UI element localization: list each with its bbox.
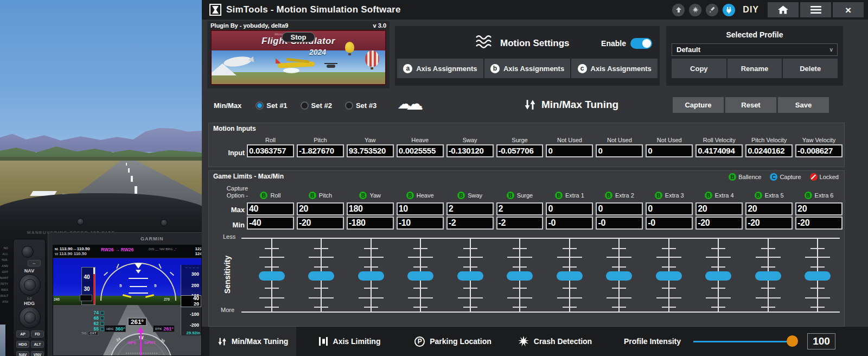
sensitivity-slider[interactable] [396,238,446,312]
motion-input-value[interactable]: 0 [596,144,643,157]
flight-sim-viewport[interactable]: MANEUVERING SPEED 105 KIAS NGALLTER.ANDG… [0,0,202,356]
sensitivity-slider[interactable] [346,238,396,312]
sensitivity-slider[interactable] [545,238,595,312]
profile-intensity-knob[interactable] [787,335,798,347]
close-button[interactable]: × [833,2,864,17]
ballence-badge-icon[interactable]: B [260,192,267,199]
edit-icon[interactable] [706,4,718,16]
ballence-badge-icon[interactable]: B [507,192,514,199]
game-limit-min-value[interactable]: -20 [297,217,344,230]
alt-button[interactable]: ALT [31,341,44,348]
nav-knob-inner[interactable] [24,279,36,291]
set1-radio[interactable]: Set #1 [256,101,287,110]
game-limit-min-value[interactable]: -0 [646,217,693,230]
ballence-badge-icon[interactable]: B [309,192,316,199]
slider-handle[interactable] [407,271,433,281]
game-limit-max-value[interactable]: 2 [496,202,544,215]
motion-input-value[interactable]: 93.753520 [347,144,394,157]
slider-handle[interactable] [705,271,731,281]
stop-button[interactable]: Stop [282,32,315,42]
plugin-icon[interactable] [723,4,735,16]
game-limit-min-value[interactable]: -10 [397,217,444,230]
motion-input-value[interactable]: 0.0025555 [397,144,444,157]
slider-handle[interactable] [805,271,831,281]
game-limit-max-value[interactable]: 2 [446,202,494,215]
profile-select[interactable]: Default v [672,43,838,56]
slider-handle[interactable] [557,271,583,281]
ballence-badge-icon[interactable]: B [359,192,367,199]
slider-handle[interactable] [308,271,334,281]
motion-input-value[interactable]: 0.0363757 [247,144,294,157]
game-limit-min-value[interactable]: -20 [695,217,743,230]
ap-button[interactable]: AP [16,330,29,338]
sensitivity-slider[interactable] [595,238,644,312]
game-limit-max-value[interactable]: 0 [546,202,593,215]
tab-minmax-tuning[interactable]: Min/Max Tuning [209,327,296,356]
rename-button[interactable]: Rename [727,59,782,78]
slider-handle[interactable] [755,271,781,281]
game-limit-min-value[interactable]: -20 [795,217,843,230]
axis-assignments-c-button[interactable]: c Axis Assignments [571,59,658,78]
sensitivity-slider[interactable] [743,238,793,312]
game-limit-min-value[interactable]: -2 [496,217,544,230]
slider-handle[interactable] [606,271,632,281]
motion-input-value[interactable]: -0.057706 [496,144,544,157]
update-icon[interactable] [672,4,685,16]
sensitivity-slider[interactable] [495,238,545,312]
game-limit-max-value[interactable]: 20 [695,202,743,215]
slider-handle[interactable] [259,271,285,281]
game-limit-max-value[interactable]: 180 [347,202,394,215]
sensitivity-slider[interactable] [247,238,297,312]
slider-handle[interactable] [457,271,483,281]
ballence-badge-icon[interactable]: B [605,192,612,199]
profile-intensity-value[interactable]: 100 [807,333,835,349]
delete-button[interactable]: Delete [783,59,838,78]
enable-toggle[interactable] [630,38,652,49]
axis-assignments-a-button[interactable]: a Axis Assignments [397,59,483,78]
fd-button[interactable]: FD [31,330,44,338]
ballence-badge-icon[interactable]: B [555,192,563,199]
game-limit-max-value[interactable]: 0 [596,202,643,215]
frequency-swap-button[interactable]: ↔ [28,260,41,266]
game-limit-min-value[interactable]: -40 [247,217,294,230]
tab-parking-location[interactable]: P Parking Location [403,327,503,356]
motion-input-value[interactable]: 0 [646,144,693,157]
tab-axis-limiting[interactable]: Axis Limiting [303,327,396,356]
game-limit-min-value[interactable]: -0 [596,217,643,230]
hdg-button[interactable]: HDG [16,341,29,348]
home-button[interactable] [768,2,799,17]
sensitivity-slider[interactable] [297,238,347,312]
ballence-badge-icon[interactable]: B [655,192,662,199]
slider-handle[interactable] [507,271,533,281]
nav-knob[interactable] [19,274,41,296]
weather-clouds-icon[interactable]: ☁☁ [397,97,425,114]
game-limit-min-value[interactable]: -180 [347,217,394,230]
volume-knob[interactable] [22,246,34,258]
save-button[interactable]: Save [778,97,829,113]
game-limit-min-value[interactable]: -0 [546,217,593,230]
ballence-badge-icon[interactable]: B [406,192,414,199]
motion-input-value[interactable]: 0.0240162 [745,144,793,157]
ballence-badge-icon[interactable]: B [755,192,762,199]
sensitivity-slider[interactable] [694,238,744,312]
motion-input-value[interactable]: 0.4174094 [695,144,743,157]
hdg-knob-inner[interactable] [24,312,36,323]
reset-button[interactable]: Reset [725,97,776,113]
ballence-badge-icon[interactable]: B [805,192,812,199]
game-limit-min-value[interactable]: -2 [446,217,494,230]
motion-input-value[interactable]: -0.130120 [446,144,494,157]
motion-input-value[interactable]: 0 [546,144,593,157]
copy-button[interactable]: Copy [672,59,726,78]
tab-crash-detection[interactable]: Crash Detection [507,327,603,356]
game-limit-max-value[interactable]: 0 [646,202,693,215]
game-limit-max-value[interactable]: 10 [397,202,444,215]
ballence-badge-icon[interactable]: B [457,192,465,199]
game-limit-max-value[interactable]: 40 [247,202,294,215]
slider-handle[interactable] [358,271,384,281]
axis-assignments-b-button[interactable]: b Axis Assignments [484,59,571,78]
menu-button[interactable] [800,2,831,17]
motion-input-value[interactable]: -0.008627 [795,144,843,157]
set2-radio[interactable]: Set #2 [301,101,332,110]
vnv-button[interactable]: VNV [31,351,44,356]
capture-button[interactable]: Capture [673,97,724,113]
